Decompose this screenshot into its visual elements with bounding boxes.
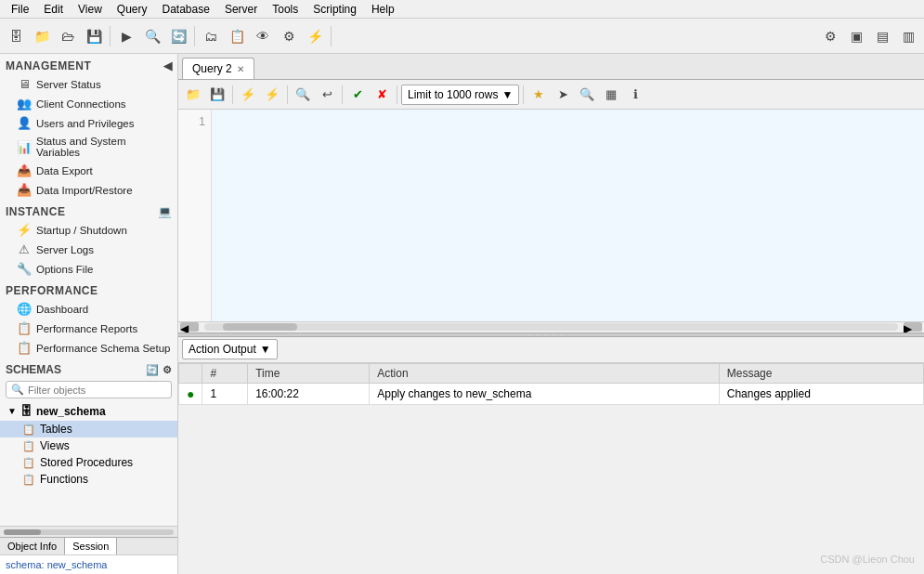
row-action: Apply changes to new_schema xyxy=(370,383,720,404)
sidebar-startup-shutdown[interactable]: ⚡ Startup / Shutdown xyxy=(0,220,177,240)
tab-bar: Query 2 ✕ xyxy=(178,54,924,80)
schema-functions[interactable]: 📋 Functions xyxy=(0,471,177,488)
query-tab-2[interactable]: Query 2 ✕ xyxy=(182,58,254,79)
qtb-revert[interactable]: ✘ xyxy=(371,84,393,106)
h-scroll[interactable]: ◀ ▶ xyxy=(178,321,924,333)
menu-scripting[interactable]: Scripting xyxy=(306,1,364,18)
qtb-find[interactable]: 🔍 xyxy=(292,84,314,106)
sidebar-data-import[interactable]: 📥 Data Import/Restore xyxy=(0,180,177,200)
tb-view[interactable]: 👁 xyxy=(251,24,275,48)
row-num: 1 xyxy=(202,383,248,404)
qtb-sep4 xyxy=(397,85,397,104)
sidebar-client-connections[interactable]: 👥 Client Connections xyxy=(0,94,177,113)
action-output-dropdown[interactable]: Action Output ▼ xyxy=(182,339,278,359)
schema-new-schema[interactable]: ▼ 🗄 new_schema xyxy=(0,401,177,421)
menu-edit[interactable]: Edit xyxy=(36,1,71,18)
qtb-info[interactable]: ℹ xyxy=(624,84,646,106)
h-scroll-track[interactable] xyxy=(204,323,898,331)
sidebar: MANAGEMENT ◀ 🖥 Server Status 👥 Client Co… xyxy=(0,54,178,574)
main-toolbar: 🗄 📁 🗁 💾 ▶ 🔍 🔄 🗂 📋 👁 ⚙ ⚡ ⚙ ▣ ▤ ▥ xyxy=(0,19,924,54)
tb-function[interactable]: ⚡ xyxy=(303,24,327,48)
qtb-save-file[interactable]: 💾 xyxy=(206,84,228,106)
limit-label: Limit to 1000 rows xyxy=(408,88,498,101)
tb-window1[interactable]: ▣ xyxy=(844,24,868,48)
query-editor[interactable] xyxy=(212,110,924,321)
sidebar-bottom-tabs: Object Info Session xyxy=(0,537,177,554)
col-num: # xyxy=(202,363,248,383)
tb-new-connection[interactable]: 🗄 xyxy=(4,24,28,48)
schemas-header: SCHEMAS 🔄 ⚙ xyxy=(0,358,177,378)
management-collapse-icon[interactable]: ◀ xyxy=(163,59,173,72)
tb-schema[interactable]: 🗂 xyxy=(199,24,223,48)
sidebar-users-privileges[interactable]: 👤 Users and Privileges xyxy=(0,113,177,133)
qtb-open-file[interactable]: 📁 xyxy=(182,84,204,106)
qtb-export[interactable]: ➤ xyxy=(552,84,574,106)
qtb-star[interactable]: ★ xyxy=(527,84,550,106)
menu-server[interactable]: Server xyxy=(217,1,265,18)
tb-window3[interactable]: ▥ xyxy=(896,24,920,48)
col-time: Time xyxy=(248,363,370,383)
schema-stored-procedures[interactable]: 📋 Stored Procedures xyxy=(0,454,177,471)
sidebar-dashboard[interactable]: 🌐 Dashboard xyxy=(0,299,177,319)
action-output-table: # Time Action Message ● 1 16:00:22 Apply… xyxy=(178,363,924,405)
instance-header: INSTANCE 💻 xyxy=(0,200,177,220)
action-output-label: Action Output xyxy=(189,343,256,356)
action-output-bar: Action Output ▼ xyxy=(178,337,924,363)
tb-execute[interactable]: ▶ xyxy=(114,24,138,48)
h-scroll-left[interactable]: ◀ xyxy=(180,322,199,332)
schemas-filter[interactable]: 🔍 xyxy=(6,381,172,398)
tb-open[interactable]: 📁 xyxy=(30,24,54,48)
qtb-execute-selection[interactable]: ⚡ xyxy=(261,84,283,106)
sidebar-server-status[interactable]: 🖥 Server Status xyxy=(0,74,177,94)
menu-tools[interactable]: Tools xyxy=(265,1,306,18)
limit-select[interactable]: Limit to 1000 rows ▼ xyxy=(401,85,519,105)
tb-reconnect[interactable]: 🔄 xyxy=(166,24,190,48)
tb-save[interactable]: 💾 xyxy=(82,24,106,48)
performance-header: PERFORMANCE xyxy=(0,279,177,299)
h-scroll-thumb[interactable] xyxy=(223,323,297,331)
menu-file[interactable]: File xyxy=(4,1,36,18)
schema-tree: ▼ 🗄 new_schema 📋 Tables 📋 Views 📋 Stored… xyxy=(0,401,177,488)
query-editor-wrapper: 1 xyxy=(178,110,924,321)
qtb-sep1 xyxy=(232,85,233,104)
main-layout: MANAGEMENT ◀ 🖥 Server Status 👥 Client Co… xyxy=(0,54,924,574)
startup-icon: ⚡ xyxy=(17,223,32,237)
options-icon: 🔧 xyxy=(17,262,32,276)
h-scroll-right[interactable]: ▶ xyxy=(904,322,922,332)
sidebar-performance-schema-setup[interactable]: 📋 Performance Schema Setup xyxy=(0,338,177,358)
qtb-execute-all[interactable]: ⚡ xyxy=(237,84,259,106)
schema-views[interactable]: 📋 Views xyxy=(0,437,177,454)
schema-tables[interactable]: 📋 Tables xyxy=(0,421,177,437)
sidebar-server-logs[interactable]: ⚠ Server Logs xyxy=(0,240,177,259)
sidebar-tab-object-info[interactable]: Object Info xyxy=(0,538,65,554)
tb-inspect[interactable]: 🔍 xyxy=(140,24,164,48)
schemas-config-icon[interactable]: ⚙ xyxy=(163,364,172,376)
sidebar-status-system-vars[interactable]: 📊 Status and System Variables xyxy=(0,133,177,161)
filter-input[interactable] xyxy=(28,385,166,396)
sidebar-options-file[interactable]: 🔧 Options File xyxy=(0,259,177,279)
stored-proc-label: Stored Procedures xyxy=(40,456,133,469)
tb-table[interactable]: 📋 xyxy=(225,24,249,48)
tb-open-query[interactable]: 🗁 xyxy=(56,24,80,48)
menu-query[interactable]: Query xyxy=(110,1,155,18)
schema-expand-icon: ▼ xyxy=(7,406,17,416)
qtb-sep3 xyxy=(342,85,343,104)
qtb-undo[interactable]: ↩ xyxy=(316,84,338,106)
tb-procedure[interactable]: ⚙ xyxy=(277,24,301,48)
tb-settings[interactable]: ⚙ xyxy=(818,24,842,48)
sidebar-tab-session[interactable]: Session xyxy=(65,538,117,554)
qtb-format[interactable]: ▦ xyxy=(600,84,622,106)
users-icon: 👤 xyxy=(17,116,32,130)
schema-node-label: new_schema xyxy=(36,405,106,418)
menu-help[interactable]: Help xyxy=(364,1,402,18)
menu-view[interactable]: View xyxy=(71,1,110,18)
sidebar-data-export[interactable]: 📤 Data Export xyxy=(0,161,177,180)
client-connections-icon: 👥 xyxy=(17,97,32,111)
sidebar-performance-reports[interactable]: 📋 Performance Reports xyxy=(0,319,177,338)
schemas-refresh-icon[interactable]: 🔄 xyxy=(146,364,159,376)
tab-close-icon[interactable]: ✕ xyxy=(237,64,244,74)
qtb-apply[interactable]: ✔ xyxy=(346,84,369,106)
menu-database[interactable]: Database xyxy=(155,1,217,18)
qtb-search-db[interactable]: 🔍 xyxy=(576,84,598,106)
tb-window2[interactable]: ▤ xyxy=(870,24,894,48)
